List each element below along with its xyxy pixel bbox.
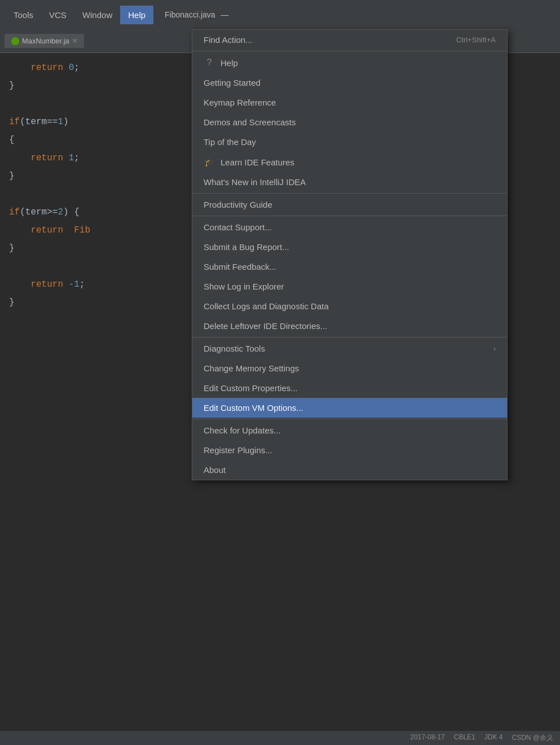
delete-leftover-label: Delete Leftover IDE Directories... — [204, 321, 327, 331]
submit-feedback-label: Submit Feedback... — [204, 262, 276, 271]
menu-item-collect-logs[interactable]: Collect Logs and Diagnostic Data — [192, 296, 507, 316]
menu-item-about[interactable]: About — [192, 460, 507, 480]
csdn-watermark: CSDN @余义 — [512, 733, 553, 743]
menu-item-contact-support[interactable]: Contact Support... — [192, 217, 507, 237]
dash: — — [221, 10, 229, 19]
submenu-arrow-icon: › — [493, 344, 496, 353]
tip-label: Tip of the Day — [204, 137, 256, 147]
demos-label: Demos and Screencasts — [204, 117, 296, 127]
menu-bar: Tools VCS Window Help Fibonacci.java — — [0, 0, 560, 29]
code-line-7: } — [9, 167, 192, 185]
code-line-2: } — [9, 77, 192, 95]
menu-item-productivity[interactable]: Productivity Guide — [192, 195, 507, 214]
menu-help[interactable]: Help — [120, 6, 153, 24]
menu-item-whats-new[interactable]: What's New in IntelliJ IDEA — [192, 172, 507, 192]
contact-support-label: Contact Support... — [204, 222, 272, 232]
code-line-6: return 1; — [9, 149, 192, 167]
collect-logs-label: Collect Logs and Diagnostic Data — [204, 301, 329, 311]
diagnostic-tools-label: Diagnostic Tools — [204, 344, 265, 353]
separator-5 — [192, 419, 507, 419]
code-line-3 — [9, 95, 192, 113]
separator-1 — [192, 51, 507, 51]
getting-started-label: Getting Started — [204, 78, 261, 87]
menu-item-keymap[interactable]: Keymap Reference — [192, 93, 507, 112]
menu-item-submit-bug[interactable]: Submit a Bug Report... — [192, 237, 507, 257]
about-label: About — [204, 465, 226, 475]
menu-item-edit-custom-vm[interactable]: Edit Custom VM Options... — [192, 398, 507, 418]
menu-item-diagnostic-tools[interactable]: Diagnostic Tools › — [192, 339, 507, 358]
submit-bug-label: Submit a Bug Report... — [204, 242, 289, 252]
menu-item-help[interactable]: ? Help — [192, 52, 507, 73]
productivity-label: Productivity Guide — [204, 200, 272, 209]
menu-item-tip[interactable]: Tip of the Day — [192, 132, 507, 152]
status-bar: 2017-08-17 CBLE1 JDK 4 CSDN @余义 — [0, 731, 560, 745]
separator-4 — [192, 337, 507, 338]
menu-item-register-plugins[interactable]: Register Plugins... — [192, 440, 507, 460]
tab-close-icon[interactable]: ✕ — [72, 37, 77, 45]
find-action-label: Find Action... — [204, 35, 253, 45]
learn-ide-label: Learn IDE Features — [221, 157, 294, 167]
mortar-icon: 🎓 — [204, 157, 215, 167]
separator-3 — [192, 216, 507, 216]
open-filename: Fibonacci.java — [165, 10, 215, 19]
status-date: 2017-08-17 — [410, 733, 444, 743]
edit-custom-props-label: Edit Custom Properties... — [204, 383, 298, 393]
keymap-label: Keymap Reference — [204, 98, 276, 107]
find-action-shortcut: Ctrl+Shift+A — [456, 36, 496, 44]
java-file-icon — [11, 37, 19, 45]
menu-item-getting-started[interactable]: Getting Started — [192, 73, 507, 93]
tab-label: MaxNumber.ja — [22, 37, 69, 45]
code-line-10: return Fib — [9, 221, 192, 239]
code-editor: return 0; } if(term==1) { return 1; } if… — [0, 53, 192, 745]
check-updates-label: Check for Updates... — [204, 426, 281, 435]
menu-item-change-memory[interactable]: Change Memory Settings — [192, 358, 507, 378]
code-line-4: if(term==1) — [9, 113, 192, 131]
change-memory-label: Change Memory Settings — [204, 363, 299, 373]
edit-custom-vm-label: Edit Custom VM Options... — [204, 403, 303, 413]
help-dropdown-menu: Find Action... Ctrl+Shift+A ? Help Getti… — [192, 29, 508, 480]
menu-item-edit-custom-props[interactable]: Edit Custom Properties... — [192, 378, 507, 398]
show-log-label: Show Log in Explorer — [204, 282, 284, 291]
menu-window[interactable]: Window — [74, 6, 120, 24]
menu-item-learn-ide[interactable]: 🎓 Learn IDE Features — [192, 152, 507, 172]
whats-new-label: What's New in IntelliJ IDEA — [204, 177, 306, 187]
code-line-11: } — [9, 239, 192, 257]
menu-vcs[interactable]: VCS — [41, 6, 74, 24]
code-line-9: if(term>=2) { — [9, 203, 192, 221]
question-icon: ? — [204, 58, 215, 68]
menu-item-demos[interactable]: Demos and Screencasts — [192, 112, 507, 132]
menu-item-delete-leftover[interactable]: Delete Leftover IDE Directories... — [192, 316, 507, 336]
menu-item-show-log[interactable]: Show Log in Explorer — [192, 277, 507, 296]
code-line-14: } — [9, 293, 192, 312]
register-plugins-label: Register Plugins... — [204, 445, 272, 455]
status-extra: JDK 4 — [484, 733, 503, 743]
separator-2 — [192, 193, 507, 194]
code-line-5: { — [9, 131, 192, 149]
menu-item-submit-feedback[interactable]: Submit Feedback... — [192, 257, 507, 277]
tab-maxnumber[interactable]: MaxNumber.ja ✕ — [5, 34, 84, 48]
menu-item-check-updates[interactable]: Check for Updates... — [192, 420, 507, 440]
code-line-1: return 0; — [9, 59, 192, 77]
code-line-8 — [9, 185, 192, 203]
code-line-12 — [9, 257, 192, 275]
status-shortcut: CBLE1 — [454, 733, 475, 743]
code-line-13: return -1; — [9, 275, 192, 293]
menu-tools[interactable]: Tools — [6, 6, 41, 24]
menu-item-find-action[interactable]: Find Action... Ctrl+Shift+A — [192, 30, 507, 50]
help-label: Help — [221, 58, 238, 68]
